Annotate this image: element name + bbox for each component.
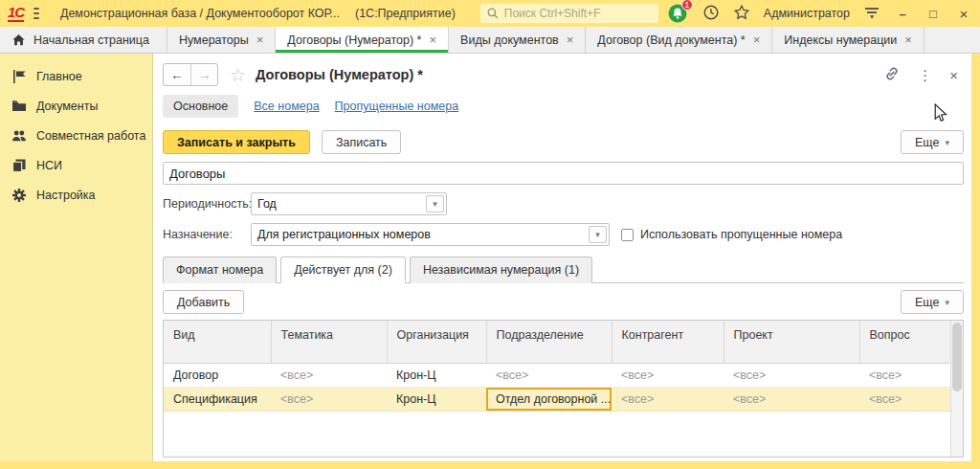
sidebar-item-nastroyka[interactable]: Настройка: [0, 180, 152, 210]
1c-logo: 1С: [8, 5, 24, 22]
sidebar-item-dokumenty[interactable]: Документы: [0, 91, 152, 121]
column-header[interactable]: Вопрос: [859, 321, 950, 363]
details-tabstrip: Формат номера Действует для (2) Независи…: [163, 256, 964, 283]
column-header[interactable]: Подразделение: [486, 321, 612, 363]
grid-cell-active[interactable]: Отдел договорной ...: [486, 387, 612, 411]
nav-back-button[interactable]: ←: [164, 64, 190, 85]
column-header[interactable]: Организация: [387, 321, 486, 363]
sidebar-item-label: Документы: [36, 100, 98, 113]
grid-cell[interactable]: <все>: [612, 363, 724, 387]
grid-vertical-scrollbar[interactable]: [950, 321, 963, 457]
grid-cell[interactable]: <все>: [271, 363, 387, 387]
tab-valid-for[interactable]: Действует для (2): [280, 257, 406, 283]
tab-close-icon[interactable]: ×: [753, 34, 761, 46]
dropdown-arrow-icon[interactable]: ▾: [426, 195, 444, 212]
grid-cell[interactable]: <все>: [859, 387, 950, 411]
column-header[interactable]: Проект: [724, 321, 859, 363]
table-row-selected[interactable]: Спецификация <все> Крон-Ц Отдел договорн…: [164, 387, 950, 411]
notification-badge: 1: [681, 0, 693, 11]
periodicity-select[interactable]: Год ▾: [251, 192, 447, 215]
get-link-icon[interactable]: [883, 65, 901, 85]
global-search[interactable]: [480, 4, 658, 23]
save-and-close-button[interactable]: Записать и закрыть: [163, 130, 310, 154]
periodicity-value: Год: [257, 197, 277, 211]
tab-label: Нумераторы: [179, 34, 249, 47]
tab-indeksy-numeracii[interactable]: Индексы нумерации ×: [772, 27, 924, 53]
tab-independent-numbering[interactable]: Независимая нумерация (1): [410, 257, 592, 283]
valid-for-grid: Вид Тематика Организация Подразделение К…: [163, 320, 964, 458]
service-menu-icon[interactable]: ▾: [863, 8, 880, 19]
column-header[interactable]: Контрагент: [612, 321, 724, 363]
tab-home[interactable]: Начальная страница: [0, 27, 167, 53]
favorites-star-icon[interactable]: [733, 4, 750, 24]
grid-cell[interactable]: Крон-Ц: [387, 387, 486, 411]
grid-cell[interactable]: <все>: [859, 363, 950, 387]
numerator-form: ← → ☆ Договоры (Нумератор) * ⋮ × Основно…: [153, 54, 971, 461]
grid-cell[interactable]: <все>: [724, 363, 859, 387]
grid-cell[interactable]: <все>: [724, 387, 859, 411]
chevron-down-icon: ▾: [945, 138, 949, 147]
pages-icon: [11, 158, 27, 173]
scrollbar-thumb[interactable]: [952, 323, 962, 391]
window-tabbar: Начальная страница Нумераторы × Договоры…: [0, 27, 980, 54]
tab-label: Индексы нумерации: [784, 34, 897, 47]
add-button[interactable]: Добавить: [163, 290, 244, 314]
more-menu-icon[interactable]: ⋮: [918, 68, 932, 82]
notifications-bell-icon[interactable]: 1: [668, 3, 689, 24]
titlebar: 1С Демонстрационная база / Документообор…: [0, 0, 980, 27]
tab-label: Договоры (Нумератор) *: [287, 34, 421, 47]
table-row[interactable]: Договор <все> Крон-Ц <все> <все> <все> <…: [164, 363, 950, 387]
column-header[interactable]: Вид: [164, 321, 271, 363]
search-input[interactable]: [504, 7, 653, 20]
window-close-button[interactable]: ×: [955, 7, 972, 21]
use-missed-numbers-checkbox[interactable]: [621, 229, 634, 241]
numerator-name-field[interactable]: [163, 162, 964, 185]
chevron-down-icon: ▾: [945, 298, 949, 307]
dropdown-arrow-icon[interactable]: ▾: [589, 226, 607, 243]
tab-dogovor-vid-dokumenta[interactable]: Договор (Вид документа) * ×: [586, 27, 772, 53]
purpose-label: Назначение:: [163, 228, 251, 241]
people-icon: [11, 128, 27, 144]
current-user[interactable]: Администратор: [764, 7, 850, 20]
tab-numerators[interactable]: Нумераторы ×: [167, 27, 276, 53]
sidebar-item-label: Настройка: [36, 189, 96, 202]
sidebar-item-nsi[interactable]: НСИ: [0, 150, 152, 180]
nav-forward-button[interactable]: →: [190, 64, 217, 85]
history-icon[interactable]: [702, 4, 720, 24]
more-button-top[interactable]: Еще ▾: [901, 130, 964, 154]
sidebar-item-sovmestnaya-rabota[interactable]: Совместная работа: [0, 121, 152, 150]
tab-label: Виды документов: [460, 34, 559, 47]
more-label: Еще: [915, 136, 939, 149]
sidebar-item-glavnoe[interactable]: Главное: [0, 61, 152, 91]
grid-cell[interactable]: Договор: [164, 363, 271, 387]
tab-dogovory-numerator[interactable]: Договоры (Нумератор) * ×: [276, 27, 449, 53]
folder-icon: [11, 99, 27, 114]
tab-close-icon[interactable]: ×: [567, 34, 574, 46]
grid-cell[interactable]: <все>: [486, 363, 612, 387]
tab-vidy-dokumentov[interactable]: Виды документов ×: [449, 27, 586, 53]
favorite-star-icon[interactable]: ☆: [230, 66, 246, 84]
tab-number-format[interactable]: Формат номера: [163, 257, 277, 283]
sidebar-item-label: Главное: [36, 70, 82, 83]
save-button[interactable]: Записать: [322, 130, 401, 154]
form-close-icon[interactable]: ×: [949, 68, 958, 82]
hamburger-menu-icon[interactable]: [33, 8, 39, 19]
form-nav-all-numbers[interactable]: Все номера: [254, 100, 319, 113]
form-nav-missed-numbers[interactable]: Пропущенные номера: [335, 100, 459, 113]
purpose-value: Для регистрационных номеров: [257, 228, 431, 241]
form-nav-main[interactable]: Основное: [163, 95, 238, 118]
grid-cell[interactable]: <все>: [271, 387, 387, 411]
grid-cell[interactable]: Крон-Ц: [387, 363, 486, 387]
tab-close-icon[interactable]: ×: [256, 34, 264, 46]
grid-cell[interactable]: Спецификация: [164, 387, 271, 411]
gear-icon: [11, 188, 27, 203]
column-header[interactable]: Тематика: [271, 321, 387, 363]
more-button-table[interactable]: Еще ▾: [901, 290, 964, 314]
tab-close-icon[interactable]: ×: [904, 34, 912, 46]
window-minimize-button[interactable]: –: [894, 8, 911, 20]
tab-close-icon[interactable]: ×: [429, 34, 436, 46]
grid-header-row: Вид Тематика Организация Подразделение К…: [164, 321, 950, 363]
grid-cell[interactable]: <все>: [612, 387, 724, 411]
purpose-select[interactable]: Для регистрационных номеров ▾: [251, 223, 610, 246]
window-maximize-button[interactable]: □: [924, 8, 942, 20]
